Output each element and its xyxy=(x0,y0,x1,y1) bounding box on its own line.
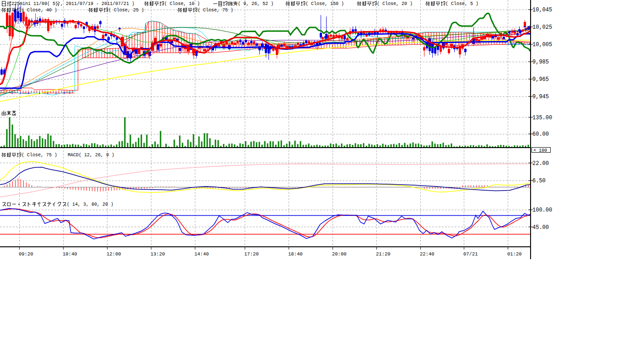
svg-text:( Close, 25 ): ( Close, 25 ) xyxy=(108,8,144,13)
svg-text:10,005: 10,005 xyxy=(532,42,552,48)
svg-text:09:20: 09:20 xyxy=(19,251,33,257)
svg-text:( 9, 26, 52 ): ( 9, 26, 52 ) xyxy=(238,1,274,6)
svg-text:22:40: 22:40 xyxy=(420,251,435,257)
svg-text:9,985: 9,985 xyxy=(532,59,549,65)
svg-text:6.50: 6.50 xyxy=(532,178,546,184)
svg-text:MACD( 12, 26, 9 ): MACD( 12, 26, 9 ) xyxy=(68,153,114,158)
svg-text:, 2011/07/19 - 2011/07/21 ): , 2011/07/19 - 2011/07/21 ) xyxy=(60,1,134,6)
svg-text:( Close, 40 ): ( Close, 40 ) xyxy=(21,8,57,13)
svg-text:45.00: 45.00 xyxy=(532,224,549,231)
svg-text:10,045: 10,045 xyxy=(532,7,552,13)
svg-text:14:40: 14:40 xyxy=(194,251,209,257)
svg-text:( Close, 20 ): ( Close, 20 ) xyxy=(377,1,413,6)
svg-text:( Close, 75 ): ( Close, 75 ) xyxy=(21,153,57,158)
svg-text:( Close, 10 ): ( Close, 10 ) xyxy=(164,1,200,6)
svg-text:01:20: 01:20 xyxy=(507,251,522,257)
svg-text:22.00: 22.00 xyxy=(532,160,549,167)
svg-text:( Close, 5 ): ( Close, 5 ) xyxy=(445,1,478,6)
svg-text:12:00: 12:00 xyxy=(107,251,121,257)
svg-text:225mini 11/09( 5: 225mini 11/09( 5 xyxy=(11,1,55,6)
svg-text:( Close, 75 ): ( Close, 75 ) xyxy=(198,8,233,13)
svg-text:135.00: 135.00 xyxy=(532,115,552,121)
svg-text:9,965: 9,965 xyxy=(532,76,549,83)
svg-text:17:20: 17:20 xyxy=(244,251,259,257)
svg-text:9,945: 9,945 xyxy=(532,94,549,100)
svg-text:13:20: 13:20 xyxy=(150,251,165,257)
svg-text:× 100: × 100 xyxy=(533,148,547,153)
svg-text:21:20: 21:20 xyxy=(376,251,391,257)
svg-text:20:00: 20:00 xyxy=(332,251,347,257)
svg-text:07/21: 07/21 xyxy=(463,251,478,257)
svg-text:( Close, 150 ): ( Close, 150 ) xyxy=(306,1,344,6)
svg-text:100.00: 100.00 xyxy=(532,207,552,213)
svg-text:60.00: 60.00 xyxy=(532,131,549,138)
svg-text:10:40: 10:40 xyxy=(63,251,77,257)
svg-text:( 14, 3, 80, 20 ): ( 14, 3, 80, 20 ) xyxy=(67,202,113,207)
svg-text:10,025: 10,025 xyxy=(532,24,552,31)
svg-text:18:40: 18:40 xyxy=(288,251,303,257)
